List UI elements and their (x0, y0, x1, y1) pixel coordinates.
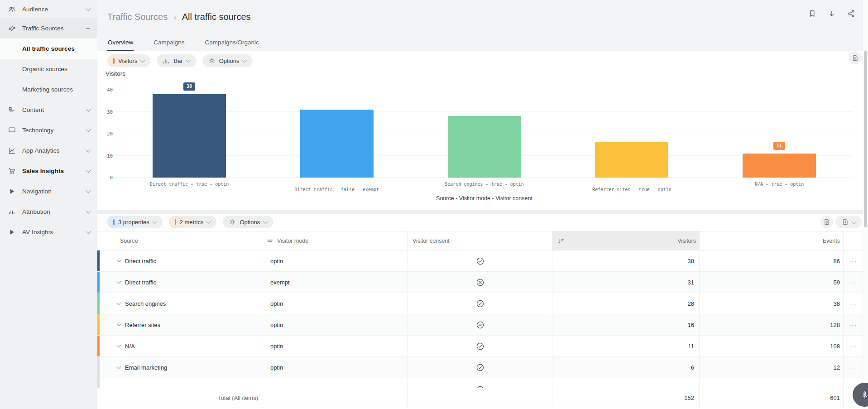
gear-icon (229, 218, 236, 226)
vertical-scrollbar[interactable] (863, 0, 868, 409)
row-actions-ellipsis-icon[interactable]: ··· (849, 300, 857, 307)
y-tick-label: 10 (100, 153, 113, 159)
column-header-events[interactable]: Events (699, 231, 843, 250)
row-color-strip (97, 314, 100, 335)
rocket-icon (860, 390, 868, 400)
card-divider (97, 210, 863, 214)
table-toolbar: 3 properties 2 metrics Options (107, 216, 273, 228)
row-expand-chevron-icon[interactable] (117, 258, 121, 263)
sidebar-item-all-traffic-sources[interactable]: All traffic sources (0, 38, 97, 59)
column-header-visitor-consent[interactable]: Visitor consent (408, 231, 552, 250)
attribution-icon (8, 208, 16, 216)
sidebar-item-content[interactable]: Content (0, 100, 97, 120)
column-header-visitors-sorted[interactable]: Visitors (552, 231, 699, 250)
scrollbar-thumb[interactable] (864, 51, 867, 227)
sidebar-item-navigation[interactable]: Navigation (0, 181, 97, 202)
chart-bar-search-engines-true-optin[interactable] (448, 116, 521, 178)
row-expand-chevron-icon[interactable] (117, 279, 121, 284)
chart-bar-n-a-true-optin[interactable] (743, 154, 816, 178)
table-notes-button[interactable] (820, 216, 833, 228)
cell-visitor-mode: optin (262, 250, 408, 271)
table-row-n-a-optin[interactable]: N/Aoptin11108··· (97, 336, 863, 357)
table-row-email-marketing-optin[interactable]: Email marketingoptin612··· (97, 357, 863, 378)
metrics-selector[interactable]: 2 metrics (169, 216, 217, 228)
table-row-direct-traffic-exempt[interactable]: Direct trafficexempt3159··· (97, 272, 863, 293)
source-label: Search engines (125, 300, 166, 307)
sidebar-item-organic-sources[interactable]: Organic sources (0, 59, 97, 79)
cell-events: 108 (699, 336, 843, 356)
x-category-label: N/A - true - optin (705, 182, 853, 187)
properties-selector[interactable]: 3 properties (107, 216, 163, 228)
tab-overview[interactable]: Overview (107, 37, 134, 51)
row-actions-ellipsis-icon[interactable]: ··· (849, 322, 857, 328)
breadcrumb-parent[interactable]: Traffic Sources (107, 12, 168, 22)
sidebar-item-audience[interactable]: Audience (0, 0, 97, 18)
tab-campaigns-organic[interactable]: Campaigns/Organic (205, 37, 259, 51)
row-expand-chevron-icon[interactable] (117, 365, 121, 369)
chart-bar-direct-traffic-true-optin[interactable] (153, 94, 226, 178)
chart-type-selector[interactable]: Bar (157, 54, 196, 67)
chart-notes-button[interactable] (849, 52, 862, 64)
cell-visitor-mode: optin (262, 336, 408, 356)
analytics-app: AudienceTraffic SourcesAll traffic sourc… (0, 0, 868, 409)
table-row-search-engines-optin[interactable]: Search enginesoptin2838··· (97, 293, 863, 314)
row-color-strip (97, 272, 100, 293)
row-actions-ellipsis-icon[interactable]: ··· (849, 343, 857, 350)
column-header-visitor-mode[interactable]: Visitor mode (262, 231, 408, 250)
sidebar-item-traffic-sources[interactable]: Traffic Sources (0, 18, 97, 38)
row-actions-ellipsis-icon[interactable]: ··· (849, 364, 857, 371)
cell-actions: ··· (843, 336, 863, 356)
metric-selector[interactable]: Visitors (107, 54, 150, 67)
row-actions-ellipsis-icon[interactable]: ··· (849, 258, 857, 265)
row-expand-chevron-icon[interactable] (117, 322, 121, 327)
traffic-sources-icon (8, 24, 16, 32)
sidebar-item-label: App Analytics (22, 147, 86, 154)
sidebar-item-av-insights[interactable]: AV Insights (0, 222, 97, 242)
table-row-direct-traffic-optin[interactable]: Direct trafficoptin3886··· (97, 250, 863, 272)
sidebar-item-label: Sales Insights (22, 168, 86, 174)
sidebar-item-app-analytics[interactable]: App Analytics (0, 140, 97, 161)
table-row-referrer-sites-optin[interactable]: Referrer sitesoptin16128··· (97, 314, 863, 336)
sidebar-item-sales-insights[interactable]: Sales Insights (0, 161, 97, 181)
cell-visitor-mode: exempt (262, 272, 408, 293)
sidebar-item-technology[interactable]: Technology (0, 120, 97, 140)
report-tabs: OverviewCampaignsCampaigns/Organic (107, 37, 279, 51)
row-expand-chevron-icon[interactable] (117, 301, 121, 305)
y-tick-label: 20 (100, 131, 113, 136)
bookmark-icon[interactable] (808, 10, 816, 18)
metric-selector-label: Visitors (118, 58, 137, 64)
sidebar-item-marketing-sources[interactable]: Marketing sources (0, 79, 97, 100)
table-export-button[interactable] (835, 216, 862, 228)
sidebar-item-label: Attribution (22, 208, 86, 215)
row-actions-ellipsis-icon[interactable]: ··· (849, 279, 857, 286)
sidebar-item-label: Technology (22, 127, 86, 134)
download-icon[interactable] (828, 10, 836, 18)
share-icon[interactable] (847, 10, 855, 18)
topbar-actions (808, 10, 855, 18)
chevron-down-icon (86, 6, 91, 11)
breadcrumb: Traffic Sources › All traffic sources (107, 12, 251, 22)
sidebar-item-attribution[interactable]: Attribution (0, 202, 97, 222)
table-row-partial (97, 378, 863, 388)
chevron-down-icon (86, 229, 91, 234)
chart-bar-referrer-sites-true-optin[interactable] (595, 142, 668, 178)
cell-visitor-mode: optin (262, 357, 408, 378)
cell-source: Email marketing (97, 357, 262, 378)
cell-events: 59 (699, 272, 843, 293)
sidebar-item-label: Traffic Sources (22, 25, 86, 32)
tab-campaigns[interactable]: Campaigns (153, 37, 185, 51)
table-options-button[interactable]: Options (223, 216, 273, 228)
chart-title: Visitors (106, 70, 125, 77)
column-header-source[interactable]: Source (97, 231, 262, 250)
x-category-label: Direct traffic - false - exempt (263, 187, 411, 192)
chart-bar-direct-traffic-false-exempt[interactable] (300, 110, 374, 178)
chart-plot: 3811 (115, 90, 853, 178)
total-visitors-cell: 152 (552, 388, 699, 408)
filter-lines-icon (267, 238, 273, 244)
chevron-down-icon (186, 58, 191, 63)
chevron-down-icon (86, 147, 91, 152)
cell-source: Direct traffic (97, 250, 262, 271)
gridline-30 (115, 111, 853, 112)
row-expand-chevron-icon[interactable] (117, 343, 121, 348)
chart-options-button[interactable]: Options (202, 54, 253, 67)
